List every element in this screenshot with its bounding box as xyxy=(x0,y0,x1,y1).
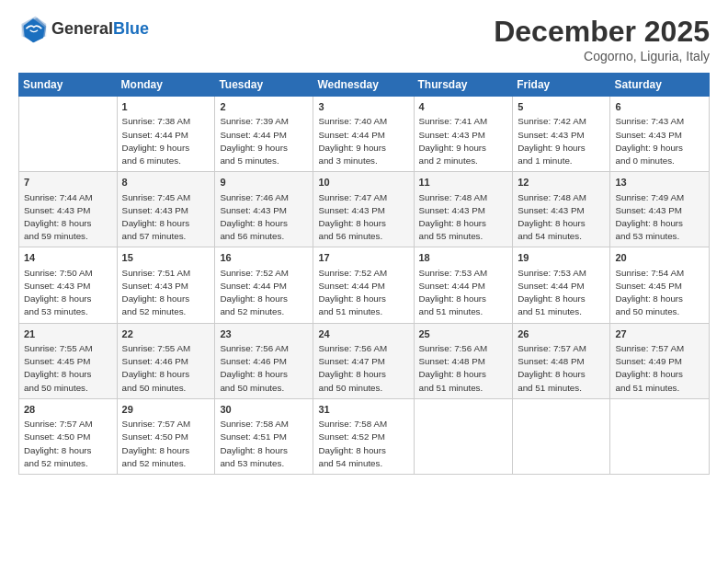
title-block: December 2025 Cogorno, Liguria, Italy xyxy=(494,15,710,63)
day-info: Sunrise: 7:40 AM Sunset: 4:44 PM Dayligh… xyxy=(318,115,408,167)
calendar-cell: 7Sunrise: 7:44 AM Sunset: 4:43 PM Daylig… xyxy=(19,172,118,247)
day-info: Sunrise: 7:56 AM Sunset: 4:48 PM Dayligh… xyxy=(419,342,508,395)
calendar-cell: 12Sunrise: 7:48 AM Sunset: 4:43 PM Dayli… xyxy=(513,172,610,247)
day-number: 5 xyxy=(518,100,605,114)
day-info: Sunrise: 7:49 AM Sunset: 4:43 PM Dayligh… xyxy=(615,191,704,244)
day-number: 2 xyxy=(220,100,308,114)
location: Cogorno, Liguria, Italy xyxy=(494,49,710,63)
col-header-saturday: Saturday xyxy=(610,74,710,97)
day-number: 12 xyxy=(518,176,605,190)
day-info: Sunrise: 7:52 AM Sunset: 4:44 PM Dayligh… xyxy=(220,267,308,319)
day-number: 19 xyxy=(518,251,605,265)
day-number: 1 xyxy=(122,100,210,114)
calendar-cell: 30Sunrise: 7:58 AM Sunset: 4:51 PM Dayli… xyxy=(215,398,313,474)
calendar-cell: 14Sunrise: 7:50 AM Sunset: 4:43 PM Dayli… xyxy=(19,247,118,323)
logo: GeneralBlue xyxy=(18,15,149,44)
day-info: Sunrise: 7:53 AM Sunset: 4:44 PM Dayligh… xyxy=(419,267,508,319)
calendar-cell: 19Sunrise: 7:53 AM Sunset: 4:44 PM Dayli… xyxy=(513,247,610,323)
day-info: Sunrise: 7:56 AM Sunset: 4:46 PM Dayligh… xyxy=(220,342,308,395)
day-info: Sunrise: 7:48 AM Sunset: 4:43 PM Dayligh… xyxy=(419,191,508,244)
logo-icon xyxy=(18,15,48,44)
calendar-cell: 27Sunrise: 7:57 AM Sunset: 4:49 PM Dayli… xyxy=(610,323,710,398)
month-title: December 2025 xyxy=(494,15,710,49)
day-number: 29 xyxy=(122,403,210,417)
page-header: GeneralBlue December 2025 Cogorno, Ligur… xyxy=(18,15,710,63)
day-info: Sunrise: 7:41 AM Sunset: 4:43 PM Dayligh… xyxy=(419,115,508,167)
day-info: Sunrise: 7:51 AM Sunset: 4:43 PM Dayligh… xyxy=(122,267,210,319)
day-number: 17 xyxy=(318,251,408,265)
calendar-cell: 31Sunrise: 7:58 AM Sunset: 4:52 PM Dayli… xyxy=(313,398,414,474)
calendar-page: GeneralBlue December 2025 Cogorno, Ligur… xyxy=(0,0,728,563)
day-number: 18 xyxy=(419,251,508,265)
day-info: Sunrise: 7:55 AM Sunset: 4:45 PM Dayligh… xyxy=(24,342,112,395)
day-info: Sunrise: 7:53 AM Sunset: 4:44 PM Dayligh… xyxy=(518,267,605,319)
day-number: 11 xyxy=(419,176,508,190)
calendar-week-row: 7Sunrise: 7:44 AM Sunset: 4:43 PM Daylig… xyxy=(19,172,710,247)
day-info: Sunrise: 7:38 AM Sunset: 4:44 PM Dayligh… xyxy=(122,115,210,167)
col-header-wednesday: Wednesday xyxy=(313,74,414,97)
day-number: 15 xyxy=(122,251,210,265)
calendar-cell: 2Sunrise: 7:39 AM Sunset: 4:44 PM Daylig… xyxy=(215,97,313,172)
calendar-cell xyxy=(610,398,710,474)
calendar-cell xyxy=(19,97,118,172)
calendar-cell: 20Sunrise: 7:54 AM Sunset: 4:45 PM Dayli… xyxy=(610,247,710,323)
calendar-cell: 9Sunrise: 7:46 AM Sunset: 4:43 PM Daylig… xyxy=(215,172,313,247)
calendar-cell: 22Sunrise: 7:55 AM Sunset: 4:46 PM Dayli… xyxy=(117,323,215,398)
logo-text: GeneralBlue xyxy=(51,20,149,39)
day-info: Sunrise: 7:44 AM Sunset: 4:43 PM Dayligh… xyxy=(24,191,112,244)
day-info: Sunrise: 7:52 AM Sunset: 4:44 PM Dayligh… xyxy=(318,267,408,319)
day-number: 20 xyxy=(615,251,704,265)
calendar-cell: 1Sunrise: 7:38 AM Sunset: 4:44 PM Daylig… xyxy=(117,97,215,172)
day-number: 13 xyxy=(615,176,704,190)
calendar-week-row: 28Sunrise: 7:57 AM Sunset: 4:50 PM Dayli… xyxy=(19,398,710,474)
calendar-cell xyxy=(414,398,513,474)
calendar-cell: 24Sunrise: 7:56 AM Sunset: 4:47 PM Dayli… xyxy=(313,323,414,398)
day-number: 3 xyxy=(318,100,408,114)
day-number: 4 xyxy=(419,100,508,114)
day-info: Sunrise: 7:46 AM Sunset: 4:43 PM Dayligh… xyxy=(220,191,308,244)
day-number: 23 xyxy=(220,327,308,341)
day-info: Sunrise: 7:54 AM Sunset: 4:45 PM Dayligh… xyxy=(615,267,704,319)
calendar-cell: 29Sunrise: 7:57 AM Sunset: 4:50 PM Dayli… xyxy=(117,398,215,474)
day-number: 28 xyxy=(24,403,112,417)
day-number: 6 xyxy=(615,100,704,114)
calendar-cell: 5Sunrise: 7:42 AM Sunset: 4:43 PM Daylig… xyxy=(513,97,610,172)
day-info: Sunrise: 7:55 AM Sunset: 4:46 PM Dayligh… xyxy=(122,342,210,395)
col-header-sunday: Sunday xyxy=(19,74,118,97)
col-header-tuesday: Tuesday xyxy=(215,74,313,97)
col-header-thursday: Thursday xyxy=(414,74,513,97)
calendar-cell: 16Sunrise: 7:52 AM Sunset: 4:44 PM Dayli… xyxy=(215,247,313,323)
day-number: 25 xyxy=(419,327,508,341)
day-info: Sunrise: 7:39 AM Sunset: 4:44 PM Dayligh… xyxy=(220,115,308,167)
calendar-cell: 26Sunrise: 7:57 AM Sunset: 4:48 PM Dayli… xyxy=(513,323,610,398)
day-info: Sunrise: 7:43 AM Sunset: 4:43 PM Dayligh… xyxy=(615,115,704,167)
day-number: 27 xyxy=(615,327,704,341)
calendar-cell: 10Sunrise: 7:47 AM Sunset: 4:43 PM Dayli… xyxy=(313,172,414,247)
day-number: 21 xyxy=(24,327,112,341)
day-number: 22 xyxy=(122,327,210,341)
day-info: Sunrise: 7:58 AM Sunset: 4:51 PM Dayligh… xyxy=(220,418,308,470)
day-number: 30 xyxy=(220,403,308,417)
calendar-cell: 28Sunrise: 7:57 AM Sunset: 4:50 PM Dayli… xyxy=(19,398,118,474)
calendar-week-row: 1Sunrise: 7:38 AM Sunset: 4:44 PM Daylig… xyxy=(19,97,710,172)
calendar-cell: 13Sunrise: 7:49 AM Sunset: 4:43 PM Dayli… xyxy=(610,172,710,247)
calendar-cell: 3Sunrise: 7:40 AM Sunset: 4:44 PM Daylig… xyxy=(313,97,414,172)
day-number: 10 xyxy=(318,176,408,190)
day-number: 31 xyxy=(318,403,408,417)
day-info: Sunrise: 7:48 AM Sunset: 4:43 PM Dayligh… xyxy=(518,191,605,244)
day-info: Sunrise: 7:42 AM Sunset: 4:43 PM Dayligh… xyxy=(518,115,605,167)
calendar-cell: 4Sunrise: 7:41 AM Sunset: 4:43 PM Daylig… xyxy=(414,97,513,172)
day-number: 24 xyxy=(318,327,408,341)
calendar-cell: 11Sunrise: 7:48 AM Sunset: 4:43 PM Dayli… xyxy=(414,172,513,247)
day-number: 14 xyxy=(24,251,112,265)
day-number: 8 xyxy=(122,176,210,190)
calendar-week-row: 21Sunrise: 7:55 AM Sunset: 4:45 PM Dayli… xyxy=(19,323,710,398)
col-header-monday: Monday xyxy=(117,74,215,97)
calendar-cell: 25Sunrise: 7:56 AM Sunset: 4:48 PM Dayli… xyxy=(414,323,513,398)
calendar-week-row: 14Sunrise: 7:50 AM Sunset: 4:43 PM Dayli… xyxy=(19,247,710,323)
calendar-cell xyxy=(513,398,610,474)
calendar-cell: 8Sunrise: 7:45 AM Sunset: 4:43 PM Daylig… xyxy=(117,172,215,247)
calendar-cell: 23Sunrise: 7:56 AM Sunset: 4:46 PM Dayli… xyxy=(215,323,313,398)
day-info: Sunrise: 7:57 AM Sunset: 4:48 PM Dayligh… xyxy=(518,342,605,395)
calendar-header-row: SundayMondayTuesdayWednesdayThursdayFrid… xyxy=(19,74,710,97)
